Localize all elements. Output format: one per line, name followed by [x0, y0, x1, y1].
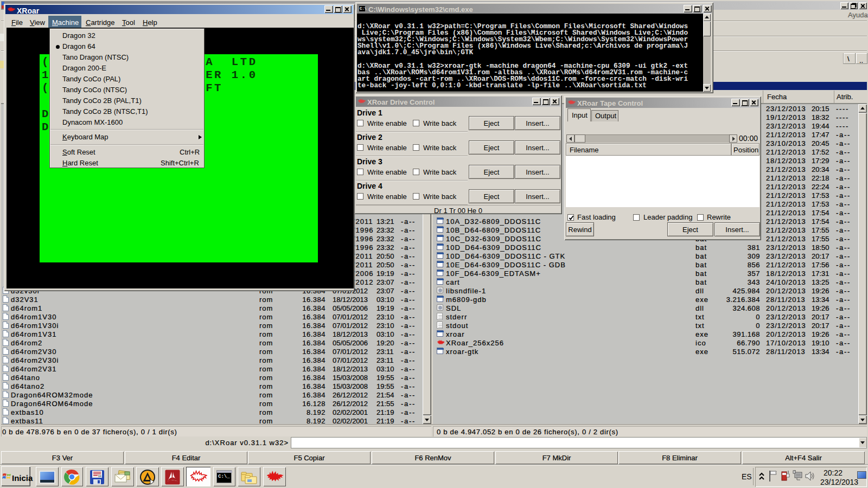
svg-text:64·: 64· [98, 474, 103, 478]
